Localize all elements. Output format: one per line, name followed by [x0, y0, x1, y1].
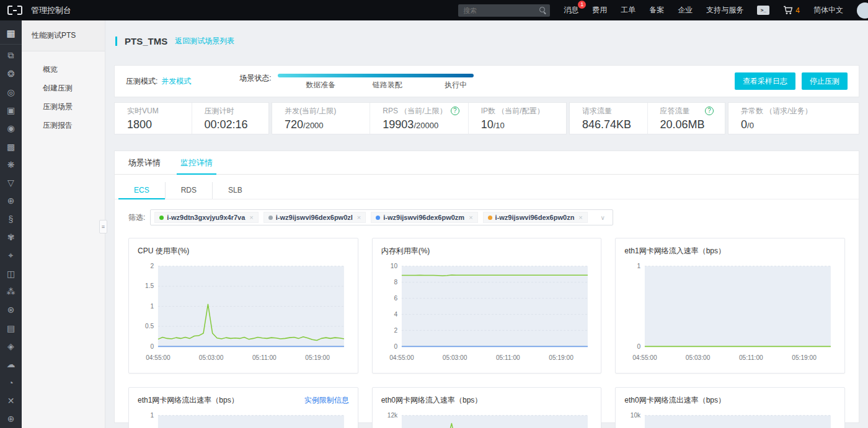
hex-nut-icon[interactable]: ❋	[0, 155, 22, 173]
server-stack-icon[interactable]: ▤	[0, 319, 22, 337]
avatar[interactable]	[857, 2, 868, 19]
apps-grid-icon[interactable]: ▦	[0, 24, 22, 42]
alibaba-cloud-logo-icon[interactable]	[7, 6, 22, 15]
chart-title: eth1网卡网络流入速率（bps）	[624, 246, 725, 256]
svg-text:05:03:00: 05:03:00	[443, 354, 467, 361]
cloudshell-icon[interactable]: >_	[757, 6, 769, 15]
stage-label: 执行中	[445, 80, 467, 90]
console-title[interactable]: 管理控制台	[31, 5, 71, 16]
topbar-menu-6[interactable]: 支持与服务	[706, 5, 743, 15]
instance-tag[interactable]: i-wz9ijswvi96dex6pw0zm×	[371, 212, 477, 223]
share-nodes-icon[interactable]: ⁂	[0, 282, 22, 300]
stat-value: 20.06MB	[660, 118, 719, 131]
tab-监控详情[interactable]: 监控详情	[170, 151, 223, 174]
product-icon-strip: ▦⧉❂◎▣◉▩❋▽⊕§✾⌖◫⁂⊛▤◈☁◔✕⊕	[0, 20, 22, 428]
title-accent-bar	[115, 37, 117, 46]
cloud-db-icon[interactable]: ◔	[0, 373, 22, 391]
status-panel: 压测模式: 并发模式 场景状态: 数据准备链路装配执行中 查看采样日志停止压测	[114, 65, 859, 97]
search-icon[interactable]	[539, 7, 546, 14]
media-box-icon[interactable]: ◫	[0, 264, 22, 282]
stat-label: 并发(当前/上限)	[285, 106, 363, 116]
stage-label: 数据准备	[306, 80, 335, 90]
mode-value-link[interactable]: 并发模式	[161, 76, 191, 87]
search-input[interactable]	[462, 6, 539, 15]
dns-globe-icon[interactable]: ⊛	[0, 301, 22, 319]
instance-tag[interactable]: i-wz9ijswvi96dex6pw0zl×	[264, 212, 366, 223]
route-icon[interactable]: §	[0, 210, 22, 228]
stat-group: 并发(当前/上限)720/2000RPS （当前/上限）?19903/20000…	[272, 102, 567, 134]
chart-svg-wrap: 12k10k8k6k04:55:0005:03:0005:11:0005:19:…	[381, 409, 593, 428]
filter-label: 筛选:	[128, 212, 145, 223]
remove-tag-icon[interactable]: ×	[357, 214, 361, 221]
remove-tag-icon[interactable]: ×	[249, 214, 253, 221]
remove-tag-icon[interactable]: ×	[469, 214, 472, 221]
instance-limit-link[interactable]: 实例限制信息	[304, 395, 349, 406]
drone-icon[interactable]: ⌖	[0, 247, 22, 264]
cloud-icon[interactable]: ☁	[0, 356, 22, 373]
instance-tag[interactable]: i-wz9ijswvi96dex6pw0zn×	[483, 212, 588, 223]
chart-title: eth0网卡网络流入速率（bps）	[381, 395, 482, 406]
chart-svg-wrap: 1004:55:0005:03:0005:11:0005:19:00	[138, 409, 349, 428]
topbar-menu-4[interactable]: 备案	[649, 5, 664, 15]
stat-value-suffix: /2000	[303, 121, 324, 130]
stat-label-text: 实时VUM	[127, 106, 159, 116]
tabs-row: 场景详情监控详情	[115, 151, 859, 175]
stat-cell: 压测计时00:02:16	[192, 103, 269, 134]
sidebar-collapse-handle[interactable]: ≡	[99, 220, 107, 234]
language-switcher[interactable]: 简体中文	[813, 5, 843, 15]
gear-flower-icon[interactable]: ✾	[0, 228, 22, 246]
stage-label: 链路装配	[373, 80, 402, 90]
view-sample-log-button[interactable]: 查看采样日志	[735, 72, 795, 90]
instance-id: i-wz9ijswvi96dex6pw0zm	[383, 214, 464, 221]
help-icon[interactable]: ?	[705, 107, 714, 115]
chart-head: eth1网卡网络流出速率（bps）实例限制信息	[138, 395, 349, 406]
cart-button[interactable]: 4	[783, 6, 800, 15]
stop-test-button[interactable]: 停止压测	[802, 72, 848, 90]
stat-cell: IP数 （当前/配置）10/10	[468, 103, 566, 134]
instance-filter-select[interactable]: i-wz9dtn3gxvjyu9x4r7va×i-wz9ijswvi96dex6…	[150, 209, 613, 225]
sidebar-item-压测报告[interactable]: 压测报告	[22, 116, 105, 134]
instance-id: i-wz9ijswvi96dex6pw0zl	[276, 214, 353, 221]
subtab-slb[interactable]: SLB	[213, 182, 258, 199]
globe-grid-icon[interactable]: ⊕	[0, 410, 22, 428]
subtab-ecs[interactable]: ECS	[118, 182, 166, 199]
svg-text:05:19:00: 05:19:00	[792, 354, 817, 361]
stat-value: 846.74KB	[582, 118, 641, 131]
stat-label-text: 应答流量	[660, 106, 690, 116]
shield-up-icon[interactable]: ◉	[0, 120, 22, 138]
workbench-icon[interactable]: ⧉	[0, 46, 22, 64]
topbar-menu-5[interactable]: 企业	[678, 5, 693, 15]
shield-v-icon[interactable]: ◈	[0, 337, 22, 355]
sidebar-item-概览[interactable]: 概览	[22, 60, 105, 79]
community-icon[interactable]: ❂	[0, 65, 22, 83]
sidebar-item-创建压测[interactable]: 创建压测	[22, 79, 105, 97]
sidebar-item-压测场景[interactable]: 压测场景	[22, 97, 105, 116]
stat-value-suffix: /0	[747, 121, 754, 130]
chevron-down-icon[interactable]: ∨	[600, 214, 604, 221]
mode-label: 压测模式:	[126, 76, 157, 87]
product-sidebar: 性能测试PTS 概览创建压测压测场景压测报告	[22, 20, 105, 428]
instance-tag[interactable]: i-wz9dtn3gxvjyu9x4r7va×	[154, 212, 258, 223]
shield-lock-icon[interactable]: ▣	[0, 101, 22, 119]
shield-grid-icon[interactable]: ▩	[0, 138, 22, 155]
arrows-cross-icon[interactable]: ✕	[0, 391, 22, 409]
help-icon[interactable]: ?	[451, 107, 459, 115]
chart-title: eth1网卡网络流出速率（bps）	[138, 395, 239, 406]
globe-icon[interactable]: ⊕	[0, 192, 22, 210]
stat-label: RPS （当前/上限）?	[383, 106, 461, 116]
funnel-icon[interactable]: ▽	[0, 174, 22, 192]
topbar-menu-3[interactable]: 工单	[621, 5, 636, 15]
tab-场景详情[interactable]: 场景详情	[118, 151, 170, 174]
chart-head: eth1网卡网络流入速率（bps）	[624, 246, 836, 256]
remove-tag-icon[interactable]: ×	[578, 214, 582, 221]
target-icon[interactable]: ◎	[0, 83, 22, 101]
back-to-scene-list-link[interactable]: 返回测试场景列表	[175, 36, 234, 46]
state-label: 场景状态:	[239, 73, 271, 89]
stat-label-text: 并发(当前/上限)	[285, 106, 336, 116]
topbar-menu-1[interactable]: 消息1	[564, 5, 578, 15]
topbar-search[interactable]	[458, 4, 550, 17]
topbar-menu-2[interactable]: 费用	[592, 5, 607, 15]
svg-text:1.5: 1.5	[145, 282, 154, 289]
chart-plot-1: 21.510.5004:55:0005:03:0005:11:0005:19:0…	[138, 260, 349, 369]
subtab-rds[interactable]: RDS	[166, 182, 213, 199]
